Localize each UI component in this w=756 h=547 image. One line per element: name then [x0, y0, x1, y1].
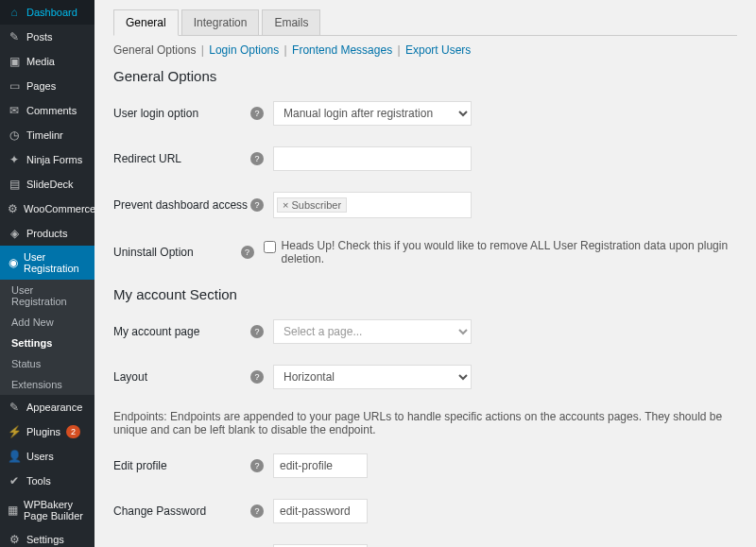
help-icon[interactable]: ?: [250, 107, 264, 120]
plugins-badge: 2: [66, 425, 80, 438]
row-uninstall: Uninstall Option ? Heads Up! Check this …: [113, 239, 737, 265]
sidebar-label: Settings: [26, 534, 64, 545]
row-edit-profile: Edit profile ?: [113, 453, 737, 478]
sidebar-label: Posts: [26, 31, 53, 43]
user-reg-icon: ◉: [8, 256, 18, 269]
sidebar-label: WPBakery Page Builder: [24, 499, 87, 521]
help-icon[interactable]: ?: [241, 246, 254, 259]
sidebar-item-wpbakery[interactable]: ▦WPBakery Page Builder: [0, 493, 94, 527]
sidebar-item-comments[interactable]: ✉Comments: [0, 98, 94, 123]
sidebar-label: Media: [26, 56, 55, 67]
label-edit-profile: Edit profile: [113, 459, 250, 472]
select-user-login[interactable]: Manual login after registration: [273, 101, 472, 126]
sidebar-label: User Registration: [24, 251, 87, 274]
subnav-current: General Options: [113, 43, 196, 57]
label-uninstall: Uninstall Option: [113, 246, 241, 259]
subnav-frontend-messages[interactable]: Frontend Messages: [292, 43, 392, 57]
sidebar-item-user-registration[interactable]: ◉User Registration: [0, 246, 94, 280]
media-icon: ▣: [8, 55, 21, 68]
tab-emails[interactable]: Emails: [262, 9, 320, 35]
section-title-account: My account Section: [113, 286, 737, 302]
sidebar-label: Ninja Forms: [26, 154, 82, 165]
sidebar-item-media[interactable]: ▣Media: [0, 49, 94, 74]
separator: |: [284, 43, 287, 57]
input-edit-profile[interactable]: [273, 453, 368, 478]
subnav-login-options[interactable]: Login Options: [209, 43, 279, 57]
sidebar-item-woocommerce[interactable]: ⚙WooCommerce: [0, 197, 94, 221]
sidebar-label: Products: [26, 228, 67, 239]
pin-icon: ✎: [8, 30, 21, 43]
sidebar-item-tools[interactable]: ✔Tools: [0, 469, 94, 493]
pages-icon: ▭: [8, 79, 21, 93]
subnav-export-users[interactable]: Export Users: [405, 43, 471, 57]
section-title-general: General Options: [113, 68, 737, 84]
subitem-status[interactable]: Status: [0, 353, 94, 374]
help-icon[interactable]: ?: [250, 370, 264, 384]
sidebar-item-products[interactable]: ◈Products: [0, 221, 94, 246]
help-icon[interactable]: ?: [250, 198, 264, 212]
label-user-login: User login option: [113, 107, 250, 120]
sidebar-label: Users: [26, 451, 54, 462]
help-icon[interactable]: ?: [250, 504, 264, 518]
sidebar-item-appearance[interactable]: ✎Appearance: [0, 395, 94, 419]
users-icon: 👤: [8, 450, 21, 463]
sidebar-submenu: User Registration Add New Settings Statu…: [0, 280, 94, 395]
row-my-account-page: My account page ? Select a page...: [113, 319, 737, 344]
tag-subscriber[interactable]: × Subscriber: [277, 197, 347, 213]
sidebar-item-pages[interactable]: ▭Pages: [0, 74, 94, 98]
sidebar-item-plugins[interactable]: ⚡Plugins2: [0, 419, 94, 444]
slides-icon: ▤: [8, 178, 21, 191]
separator: |: [201, 43, 204, 57]
sidebar-label: Dashboard: [26, 7, 77, 18]
sidebar-label: Pages: [26, 80, 56, 92]
sidebar-label: WooCommerce: [24, 203, 94, 214]
sidebar-item-posts[interactable]: ✎Posts: [0, 25, 94, 49]
subitem-extensions[interactable]: Extensions: [0, 374, 94, 395]
subitem-add-new[interactable]: Add New: [0, 312, 94, 333]
subitem-settings[interactable]: Settings: [0, 333, 94, 353]
sidebar-label: Appearance: [26, 402, 82, 413]
sidebar-item-ninja-forms[interactable]: ✦Ninja Forms: [0, 147, 94, 172]
input-redirect-url[interactable]: [273, 146, 472, 171]
input-prevent-dashboard[interactable]: × Subscriber: [273, 192, 472, 218]
sidebar-label: Tools: [26, 475, 51, 487]
row-prevent-dashboard: Prevent dashboard access ? × Subscriber: [113, 192, 737, 218]
comments-icon: ✉: [8, 104, 21, 117]
row-redirect-url: Redirect URL ?: [113, 146, 737, 171]
help-icon[interactable]: ?: [250, 459, 264, 472]
tab-general[interactable]: General: [113, 9, 179, 36]
sidebar-label: Timelinr: [26, 129, 63, 141]
subitem-user-registration[interactable]: User Registration: [0, 280, 94, 312]
settings-subnav: General Options | Login Options | Fronte…: [113, 43, 737, 57]
row-change-password: Change Password ?: [113, 499, 737, 523]
select-my-account-page[interactable]: Select a page...: [273, 319, 472, 344]
endpoints-note: Endpoints: Endpoints are appended to you…: [113, 410, 737, 436]
sidebar-item-settings[interactable]: ⚙Settings: [0, 527, 94, 547]
input-change-password[interactable]: [273, 499, 368, 523]
sidebar-label: SlideDeck: [26, 179, 74, 190]
plugins-icon: ⚡: [8, 425, 21, 438]
row-layout: Layout ? Horizontal: [113, 365, 737, 389]
checkbox-uninstall[interactable]: [264, 241, 276, 253]
sidebar-item-users[interactable]: 👤Users: [0, 444, 94, 469]
clock-icon: ◷: [8, 128, 21, 142]
sidebar-item-dashboard[interactable]: ⌂Dashboard: [0, 0, 94, 25]
main-content: General Integration Emails General Optio…: [94, 0, 756, 547]
select-layout[interactable]: Horizontal: [273, 365, 472, 389]
sidebar-item-timelinr[interactable]: ◷Timelinr: [0, 123, 94, 147]
settings-tabs: General Integration Emails: [113, 9, 737, 36]
settings-icon: ⚙: [8, 533, 21, 546]
sidebar-item-slidedeck[interactable]: ▤SlideDeck: [0, 172, 94, 197]
label-layout: Layout: [113, 370, 250, 384]
label-change-password: Change Password: [113, 504, 250, 518]
tab-integration[interactable]: Integration: [181, 9, 260, 35]
label-prevent-dashboard: Prevent dashboard access: [113, 198, 250, 212]
tools-icon: ✔: [8, 474, 21, 487]
help-icon[interactable]: ?: [250, 152, 264, 165]
wpbakery-icon: ▦: [8, 504, 18, 517]
row-user-login: User login option ? Manual login after r…: [113, 101, 737, 126]
dashboard-icon: ⌂: [8, 6, 21, 19]
help-icon[interactable]: ?: [250, 325, 264, 338]
admin-sidebar: ⌂Dashboard ✎Posts ▣Media ▭Pages ✉Comment…: [0, 0, 94, 547]
label-my-account-page: My account page: [113, 325, 250, 338]
